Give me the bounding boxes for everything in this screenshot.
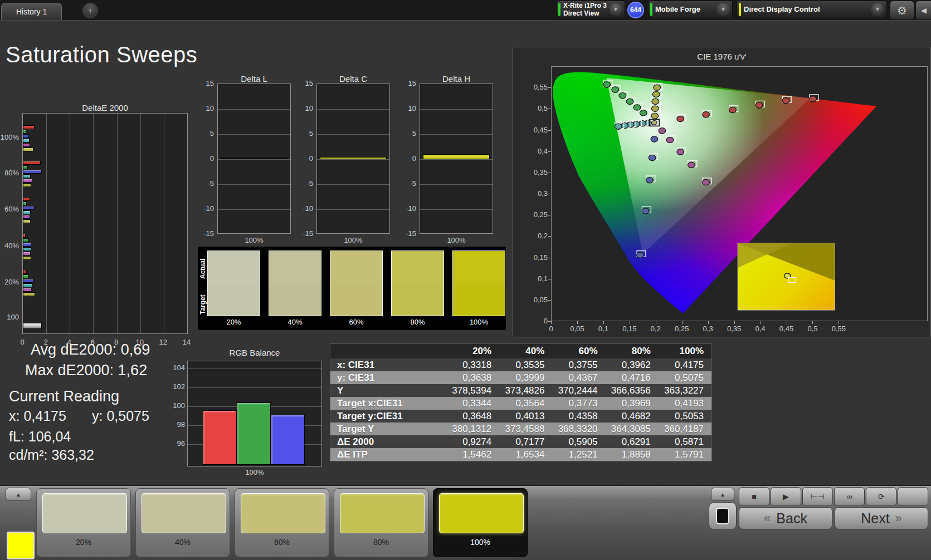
cie-y-tick-label: 0,4 xyxy=(523,147,548,155)
measured-marker-magenta xyxy=(659,128,666,134)
y-axis-category-label: 80% xyxy=(0,169,19,177)
table-row: Target y:CIE310,36480,40130,43580,46820,… xyxy=(330,410,712,423)
table-cell: 0,9274 xyxy=(446,435,499,448)
stop-button[interactable]: ■ xyxy=(739,487,769,506)
gridline xyxy=(420,184,493,185)
continuous-icon: ∞ xyxy=(847,492,852,501)
table-row-label: Target y:CIE31 xyxy=(330,410,447,423)
gridline xyxy=(218,184,290,185)
top-bar: History 1 + X-Rite i1Pro 3 Direct View ▼… xyxy=(0,0,931,21)
tick-mark xyxy=(787,321,787,324)
up-arrow-icon: ▲ xyxy=(16,492,21,498)
bar-red xyxy=(23,270,27,274)
gridline xyxy=(218,159,290,160)
y-axis-tick-label: 10 xyxy=(290,104,313,112)
y-axis-tick-label: 0 xyxy=(290,154,313,163)
table-row-label: Target x:CIE31 xyxy=(330,397,447,410)
level-button-100%[interactable]: 100% xyxy=(433,488,528,557)
measured-marker-red xyxy=(703,112,710,117)
bar-cyan xyxy=(23,283,32,287)
step-button[interactable]: ⊢⊣ xyxy=(802,487,833,506)
current-x-value: x: 0,4175 xyxy=(9,408,66,424)
tab-history-1[interactable]: History 1 xyxy=(1,3,62,20)
measured-marker-magenta xyxy=(666,137,674,143)
tick-mark xyxy=(548,151,551,152)
tick-mark xyxy=(548,130,551,131)
level-button-label: 100% xyxy=(433,538,527,547)
compare-swatch-label: 60% xyxy=(330,318,383,326)
table-row-label: ΔE 2000 xyxy=(330,435,447,448)
table-row-label: x: CIE31 xyxy=(330,358,447,371)
deltae2000-plot xyxy=(22,113,188,334)
scroll-up-left-button[interactable]: ▲ xyxy=(6,488,31,501)
bottom-bar: ▲ ▲ « Back Next » 20%40%60%80%100%■▶⊢⊣∞⟳ xyxy=(0,485,931,560)
rgb-balance-plot xyxy=(187,361,322,466)
level-button-80%[interactable]: 80% xyxy=(334,488,428,557)
cie-y-tick-label: 0,45 xyxy=(523,126,548,134)
table-header-row: 20%40%60%80%100% xyxy=(330,344,712,359)
tab-history-1-label: History 1 xyxy=(16,7,47,16)
next-button[interactable]: Next » xyxy=(835,507,928,529)
cie-y-tick-label: 0,25 xyxy=(523,210,548,219)
table-cell: 1,8858 xyxy=(606,448,659,461)
back-button[interactable]: « Back xyxy=(739,507,832,529)
measured-marker-cyan xyxy=(615,124,622,129)
tick-mark xyxy=(577,321,578,324)
workflow-status-bar xyxy=(739,3,741,16)
compare-swatch-label: 20% xyxy=(207,318,260,326)
measured-marker-yellow xyxy=(654,85,661,90)
settings-button[interactable]: ⚙ xyxy=(890,1,914,20)
table-row: ΔE 20000,92740,71770,59050,62910,5871 xyxy=(330,435,712,448)
results-table: 20%40%60%80%100%x: CIE310,33180,35350,37… xyxy=(330,343,712,461)
table-row: Y378,5394373,4826370,2444366,6356363,322… xyxy=(330,384,712,397)
rgb-bar-red xyxy=(203,410,237,465)
y-axis-tick-label: -10 xyxy=(191,204,214,213)
table-cell: 363,3227 xyxy=(659,384,712,397)
bar-yellow xyxy=(23,219,31,223)
level-button-60%[interactable]: 60% xyxy=(235,488,329,557)
source-dropdown[interactable]: Mobile Forge ▼ xyxy=(648,1,733,18)
bar-white-100 xyxy=(23,323,42,329)
cie-y-tick-label: 0,15 xyxy=(523,253,548,262)
play-button[interactable]: ▶ xyxy=(771,487,801,506)
continuous-button[interactable]: ∞ xyxy=(834,487,865,506)
measured-marker-green xyxy=(626,99,633,104)
rgb-bar-blue xyxy=(271,415,305,465)
deltae2000-chart: DeltaE 2000 02468101214100%80%60%40%20%1… xyxy=(0,113,195,352)
level-button-40%[interactable]: 40% xyxy=(135,488,230,557)
table-column-header: 100% xyxy=(659,344,712,359)
extra-button[interactable] xyxy=(898,487,928,506)
measured-marker-yellow xyxy=(651,113,659,119)
delta-chart-delta-l: Delta L151050-5-10-15100% xyxy=(191,74,296,247)
loop-button[interactable]: ⟳ xyxy=(866,487,896,506)
y-axis-tick-label: 5 xyxy=(191,129,214,137)
cie-x-tick-label: 0,1 xyxy=(598,325,608,333)
current-reading-heading: Current Reading xyxy=(9,388,119,405)
gridline xyxy=(218,209,290,210)
page-title: Saturation Sweeps xyxy=(6,42,197,67)
workflow-dropdown[interactable]: Direct Display Control ▼ xyxy=(737,1,887,18)
delta-bar xyxy=(320,157,387,159)
collapse-panel-button[interactable]: ◀ xyxy=(915,1,931,20)
chevron-left-icon: ◀ xyxy=(921,6,927,14)
rgb-balance-title: RGB Balance xyxy=(187,348,322,357)
cie-y-tick-label: 0,35 xyxy=(523,168,548,176)
current-cdm2-value: cd/m²: 363,32 xyxy=(9,447,94,463)
bar-red xyxy=(23,161,41,165)
meter-status-bar xyxy=(558,3,560,16)
actual-color xyxy=(330,251,382,283)
measured-marker-blue xyxy=(649,155,656,160)
bar-blue xyxy=(23,206,35,210)
level-button-20%[interactable]: 20% xyxy=(36,488,131,557)
cie-plot xyxy=(551,66,928,321)
add-tab-button[interactable]: + xyxy=(82,3,98,18)
scroll-up-right-button[interactable]: ▲ xyxy=(711,488,734,501)
table-cell: 1,5462 xyxy=(446,448,499,461)
table-cell: 0,3999 xyxy=(499,371,552,384)
meter-dropdown[interactable]: X-Rite i1Pro 3 Direct View ▼ xyxy=(556,1,625,18)
meter-count-badge[interactable]: 644 xyxy=(627,2,644,18)
table-cell: 1,5791 xyxy=(659,448,712,461)
stop-display-button[interactable] xyxy=(709,502,737,530)
cie-x-tick-label: 0,15 xyxy=(622,325,636,333)
chevron-down-icon: ▼ xyxy=(716,3,730,16)
